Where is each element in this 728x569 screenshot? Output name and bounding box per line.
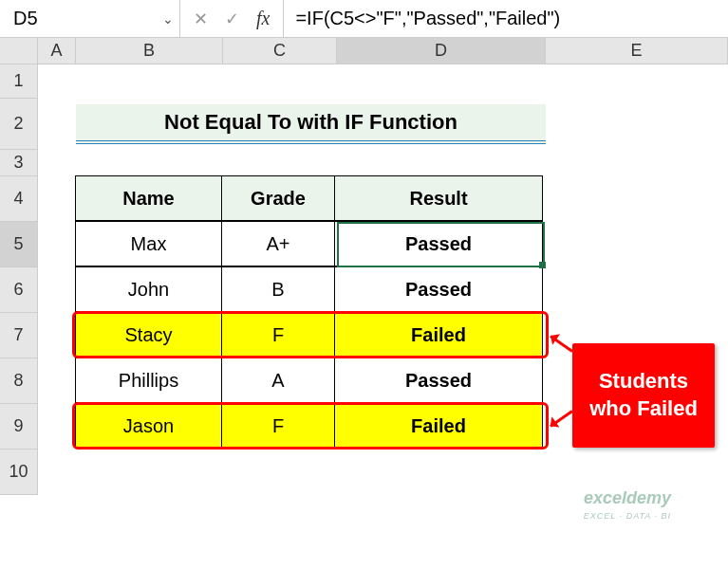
cell-E4[interactable] bbox=[543, 176, 728, 222]
cell-C10[interactable] bbox=[223, 450, 337, 495]
cell-B9[interactable]: Jason bbox=[75, 403, 222, 449]
formula-bar-icons: ✕ ✓ fx bbox=[180, 0, 284, 37]
cell-E3[interactable] bbox=[546, 150, 728, 176]
cell-C1[interactable] bbox=[223, 64, 337, 99]
cell-A1[interactable] bbox=[38, 64, 76, 99]
merged-title[interactable]: Not Equal To with IF Function bbox=[76, 104, 546, 144]
cell-A7[interactable] bbox=[38, 313, 76, 358]
cancel-icon[interactable]: ✕ bbox=[194, 9, 208, 29]
row-header-5[interactable]: 5 bbox=[0, 222, 38, 267]
row-header-4[interactable]: 4 bbox=[0, 176, 38, 222]
cell-C5[interactable]: A+ bbox=[221, 221, 335, 266]
watermark: exceldemy EXCEL · DATA · BI bbox=[584, 488, 671, 522]
confirm-icon[interactable]: ✓ bbox=[225, 9, 239, 29]
column-headers: A B C D E bbox=[0, 38, 728, 64]
callout-students-failed: Students who Failed bbox=[572, 343, 715, 448]
cell-D9[interactable]: Failed bbox=[334, 403, 543, 449]
header-result[interactable]: Result bbox=[334, 175, 543, 221]
fx-icon[interactable]: fx bbox=[256, 8, 270, 29]
header-grade[interactable]: Grade bbox=[221, 175, 335, 221]
cell-A10[interactable] bbox=[38, 450, 76, 495]
cell-B1[interactable] bbox=[76, 64, 223, 99]
cell-reference: D5 bbox=[13, 8, 38, 29]
col-header-A[interactable]: A bbox=[38, 38, 76, 64]
col-header-C[interactable]: C bbox=[223, 38, 337, 64]
cell-A2[interactable] bbox=[38, 99, 76, 150]
row-header-3[interactable]: 3 bbox=[0, 150, 38, 176]
cell-D5[interactable]: Passed bbox=[334, 221, 543, 266]
cell-C8[interactable]: A bbox=[221, 358, 335, 403]
row-header-6[interactable]: 6 bbox=[0, 267, 38, 313]
row-header-10[interactable]: 10 bbox=[0, 450, 38, 495]
cell-E5[interactable] bbox=[543, 222, 728, 267]
cell-A8[interactable] bbox=[38, 358, 76, 404]
cell-A6[interactable] bbox=[38, 267, 76, 313]
cell-C7[interactable]: F bbox=[221, 312, 335, 358]
row-header-9[interactable]: 9 bbox=[0, 404, 38, 450]
cell-B5[interactable]: Max bbox=[75, 221, 222, 266]
row-header-2[interactable]: 2 bbox=[0, 99, 38, 150]
chevron-down-icon[interactable]: ⌄ bbox=[162, 11, 174, 27]
name-box[interactable]: D5 ⌄ bbox=[0, 0, 180, 37]
header-name[interactable]: Name bbox=[75, 175, 222, 221]
cell-E1[interactable] bbox=[546, 64, 728, 99]
cell-C9[interactable]: F bbox=[221, 403, 335, 449]
cell-B3[interactable] bbox=[76, 150, 223, 176]
cell-B8[interactable]: Phillips bbox=[75, 358, 222, 403]
select-all-corner[interactable] bbox=[0, 38, 38, 64]
cell-D3[interactable] bbox=[337, 150, 546, 176]
col-header-B[interactable]: B bbox=[76, 38, 223, 64]
formula-input[interactable]: =IF(C5<>"F","Passed","Failed") bbox=[284, 8, 728, 29]
cell-E2[interactable] bbox=[546, 99, 728, 150]
cell-D6[interactable]: Passed bbox=[334, 266, 543, 312]
watermark-tagline: EXCEL · DATA · BI bbox=[584, 511, 671, 521]
cell-D8[interactable]: Passed bbox=[334, 358, 543, 403]
row-header-7[interactable]: 7 bbox=[0, 313, 38, 358]
cell-C6[interactable]: B bbox=[221, 266, 335, 312]
watermark-brand: exceldemy bbox=[584, 488, 671, 508]
cell-B6[interactable]: John bbox=[75, 266, 222, 312]
cell-B7[interactable]: Stacy bbox=[75, 312, 222, 358]
cell-C3[interactable] bbox=[223, 150, 337, 176]
cell-E6[interactable] bbox=[543, 267, 728, 313]
cell-D10[interactable] bbox=[337, 450, 546, 495]
cell-D7[interactable]: Failed bbox=[334, 312, 543, 358]
cell-D1[interactable] bbox=[337, 64, 546, 99]
cell-B10[interactable] bbox=[76, 450, 223, 495]
col-header-D[interactable]: D bbox=[337, 38, 546, 64]
row-header-8[interactable]: 8 bbox=[0, 358, 38, 404]
formula-bar: D5 ⌄ ✕ ✓ fx =IF(C5<>"F","Passed","Failed… bbox=[0, 0, 728, 38]
row-header-1[interactable]: 1 bbox=[0, 64, 38, 99]
cell-A5[interactable] bbox=[38, 222, 76, 267]
col-header-E[interactable]: E bbox=[546, 38, 728, 64]
cell-A3[interactable] bbox=[38, 150, 76, 176]
cell-A4[interactable] bbox=[38, 176, 76, 222]
cell-A9[interactable] bbox=[38, 404, 76, 450]
